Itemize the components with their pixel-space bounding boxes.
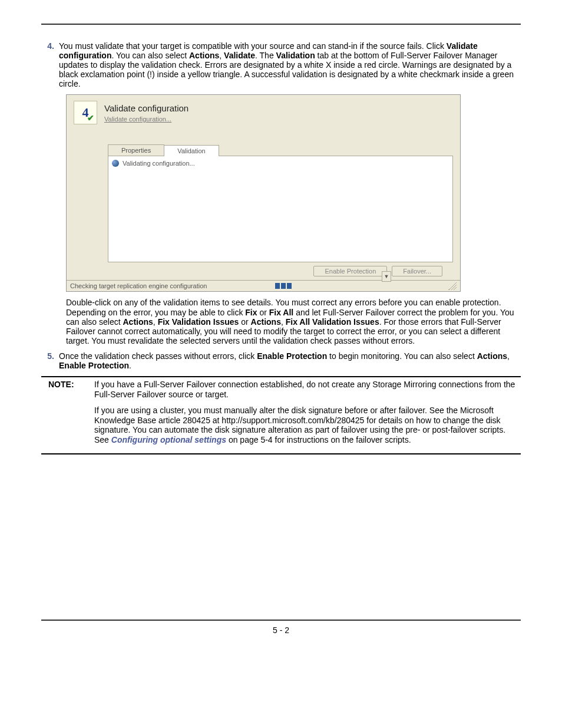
note-label: NOTE:: [41, 380, 82, 451]
bold-fix-all-validation-issues: Fix All Validation Issues: [286, 317, 379, 327]
text: .: [129, 361, 131, 370]
checkmark-icon: ✔: [87, 113, 94, 123]
bold-actions: Actions: [123, 317, 153, 327]
validate-configuration-screenshot: 4 ✔ Validate configuration Validate conf…: [66, 94, 461, 292]
step-5-body: Once the validation check passes without…: [59, 351, 521, 370]
step-5-number: 5.: [41, 351, 59, 370]
wizard-step-title: Validate configuration: [104, 103, 189, 113]
page-footer: 5 - 2: [41, 620, 521, 635]
text: ,: [281, 317, 286, 327]
resize-grip-icon: [448, 282, 457, 290]
step-4-wizard-icon: 4 ✔: [74, 101, 97, 124]
validate-configuration-link[interactable]: Validate configuration...: [104, 116, 189, 123]
progress-bar: [275, 283, 292, 289]
text: Once the validation check passes without…: [59, 351, 257, 361]
bold-validate: Validate: [224, 51, 255, 60]
status-bar: Checking target replication engine confi…: [67, 280, 460, 291]
enable-protection-button[interactable]: Enable Protection: [313, 266, 387, 276]
bold-fix-validation-issues: Fix Validation Issues: [158, 317, 239, 327]
validation-row-text: Validating configuration...: [123, 160, 195, 167]
top-rule: [41, 24, 521, 25]
text: . You can also select: [111, 51, 189, 60]
bold-validation: Validation: [276, 51, 315, 60]
tab-validation[interactable]: Validation: [164, 145, 219, 156]
bold-actions: Actions: [251, 317, 281, 327]
step-4-number: 4.: [41, 41, 59, 88]
note-body: If you have a Full-Server Failover conne…: [94, 380, 521, 451]
step-4-continuation: Double-click on any of the validation it…: [66, 298, 521, 345]
scroll-down-icon[interactable]: ▼: [382, 271, 391, 282]
bold-actions: Actions: [189, 51, 219, 60]
progress-icon: [112, 160, 119, 167]
text: ,: [219, 51, 224, 60]
text: ,: [153, 317, 158, 327]
bold-enable-protection: Enable Protection: [59, 361, 129, 370]
failover-button[interactable]: Failover...: [392, 266, 442, 276]
bold-enable-protection: Enable Protection: [257, 351, 327, 361]
text: to begin monitoring. You can also select: [327, 351, 477, 361]
text: or: [257, 308, 269, 317]
step-4-body: You must validate that your target is co…: [59, 41, 521, 88]
note-paragraph-2: If you are using a cluster, you must man…: [94, 406, 521, 445]
bold-fix-all: Fix All: [269, 308, 294, 317]
bold-actions: Actions: [477, 351, 507, 361]
text: on page 5-4 for instructions on the fail…: [226, 435, 411, 444]
bold-fix: Fix: [245, 308, 257, 317]
note-box: NOTE: If you have a Full-Server Failover…: [41, 376, 521, 454]
tab-properties[interactable]: Properties: [108, 144, 164, 156]
tab-bar: Properties Validation: [108, 144, 453, 156]
note-paragraph-1: If you have a Full-Server Failover conne…: [94, 380, 521, 400]
text: or: [239, 317, 250, 327]
validation-row[interactable]: Validating configuration...: [112, 160, 449, 167]
configuring-optional-settings-link[interactable]: Configuring optional settings: [111, 435, 226, 444]
text: You must validate that your target is co…: [59, 41, 447, 51]
text: ,: [507, 351, 510, 361]
step-5: 5. Once the validation check passes with…: [41, 351, 521, 370]
page-number: 5 - 2: [273, 625, 289, 635]
status-text: Checking target replication engine confi…: [70, 282, 207, 289]
step-4: 4. You must validate that your target is…: [41, 41, 521, 88]
validation-panel: Validating configuration...: [108, 156, 453, 262]
text: . The: [255, 51, 276, 60]
